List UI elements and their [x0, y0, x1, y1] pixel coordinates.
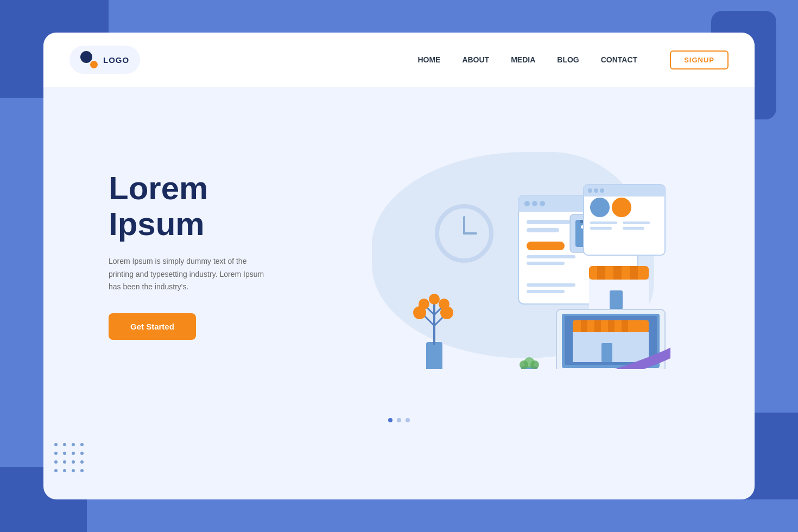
svg-rect-16	[527, 255, 575, 258]
svg-rect-34	[597, 266, 605, 280]
hero-svg	[356, 141, 670, 369]
svg-point-24	[594, 188, 598, 193]
svg-point-25	[600, 188, 604, 193]
svg-point-8	[540, 201, 545, 206]
nav-blog[interactable]: BLOG	[557, 55, 579, 64]
svg-rect-15	[527, 242, 565, 250]
svg-point-82	[439, 299, 449, 309]
dot-1[interactable]	[388, 418, 392, 422]
hero-illustration	[315, 119, 711, 391]
nav-home[interactable]: HOME	[417, 55, 440, 64]
svg-rect-30	[623, 221, 650, 224]
svg-point-27	[612, 198, 631, 217]
logo-circle-dark	[80, 51, 92, 63]
hero-title: Lorem Ipsum	[109, 170, 315, 242]
nav-contact[interactable]: CONTACT	[601, 55, 637, 64]
hero-description: Lorem Ipsum is simply dummy text of the …	[109, 255, 271, 294]
svg-rect-19	[527, 290, 565, 293]
svg-rect-50	[601, 343, 612, 362]
svg-point-7	[532, 201, 537, 206]
svg-rect-17	[527, 262, 565, 265]
svg-rect-47	[608, 320, 615, 332]
svg-point-81	[419, 299, 429, 309]
slide-dots	[43, 413, 755, 433]
svg-rect-35	[613, 266, 622, 280]
svg-line-74	[423, 315, 434, 326]
dots-grid	[54, 443, 84, 478]
hero-left: Lorem Ipsum Lorem Ipsum is simply dummy …	[109, 170, 315, 340]
logo-text: LOGO	[103, 55, 129, 65]
svg-rect-10	[527, 228, 559, 232]
svg-rect-29	[590, 227, 612, 230]
svg-rect-36	[630, 266, 638, 280]
svg-point-69	[520, 360, 528, 369]
main-card: LOGO HOME ABOUT MEDIA BLOG CONTACT SIGNU…	[43, 33, 755, 499]
svg-point-83	[429, 294, 440, 305]
svg-point-70	[530, 360, 539, 369]
svg-rect-18	[527, 283, 575, 287]
svg-rect-45	[581, 320, 587, 332]
svg-rect-9	[527, 220, 570, 224]
svg-rect-71	[426, 342, 442, 369]
svg-rect-48	[622, 320, 628, 332]
get-started-button[interactable]: Get Started	[109, 313, 196, 340]
logo-area[interactable]: LOGO	[69, 46, 140, 74]
svg-rect-46	[594, 320, 601, 332]
svg-point-6	[524, 201, 530, 206]
nav-links: HOME ABOUT MEDIA BLOG CONTACT	[417, 55, 637, 64]
logo-circle-orange	[90, 61, 98, 68]
dot-3[interactable]	[406, 418, 410, 422]
logo-icon	[80, 51, 98, 68]
nav-about[interactable]: ABOUT	[462, 55, 489, 64]
navbar: LOGO HOME ABOUT MEDIA BLOG CONTACT SIGNU…	[43, 33, 755, 87]
svg-point-26	[590, 198, 610, 217]
svg-rect-31	[623, 227, 644, 230]
nav-media[interactable]: MEDIA	[511, 55, 535, 64]
svg-rect-38	[610, 290, 623, 309]
dot-2[interactable]	[397, 418, 401, 422]
svg-point-23	[588, 188, 592, 193]
svg-rect-28	[590, 221, 617, 224]
hero-section: Lorem Ipsum Lorem Ipsum is simply dummy …	[43, 87, 755, 413]
signup-button[interactable]: SIGNUP	[670, 50, 729, 69]
